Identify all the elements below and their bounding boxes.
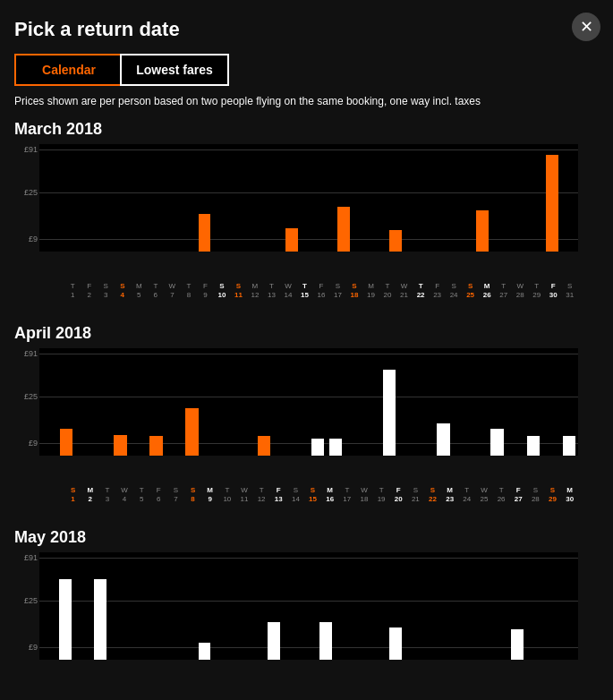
bar-col[interactable] (380, 348, 398, 456)
bar-col (404, 552, 421, 660)
bar-col[interactable] (335, 144, 352, 252)
bar-col[interactable] (57, 348, 75, 456)
bar (114, 435, 126, 456)
bar-col (178, 552, 195, 660)
month-section: May 2018£91£25£9T1W2T3F4S5S6M7T8W9T10F11… (14, 528, 609, 666)
bar-col[interactable] (474, 144, 491, 252)
bar-col[interactable] (489, 348, 507, 456)
bar (389, 230, 402, 252)
bar (258, 436, 270, 456)
bars-container (39, 348, 578, 456)
bar-col[interactable] (183, 348, 201, 456)
bar-col[interactable] (91, 552, 108, 660)
month-title: May 2018 (14, 528, 609, 547)
modal-title: Pick a return date (14, 18, 613, 41)
bar-col (362, 348, 380, 456)
chart-wrapper: £91£25£9 (14, 144, 578, 277)
bar-col (335, 552, 352, 660)
day-label: M2 (81, 486, 98, 503)
bar-col (491, 552, 508, 660)
bar-col[interactable] (309, 348, 327, 456)
tab-calendar[interactable]: Calendar (14, 54, 123, 86)
bar-col[interactable] (196, 144, 213, 252)
bar-col (416, 348, 434, 456)
bar-col (421, 144, 438, 252)
day-label: S15 (304, 486, 321, 503)
bars-container (39, 552, 578, 660)
bar-col (542, 348, 560, 456)
day-label: W4 (115, 486, 132, 503)
day-label: F23 (429, 282, 446, 299)
day-label: S1 (64, 486, 81, 503)
bar-col (213, 144, 230, 252)
month-section: March 2018£91£25£9T1F2S3S4M5T6W7T8F9S10S… (14, 120, 609, 299)
day-label: T29 (528, 282, 545, 299)
day-label: F16 (313, 282, 330, 299)
day-label: M9 (201, 486, 218, 503)
tab-group: Calendar Lowest fares (14, 54, 229, 86)
bar (185, 408, 198, 456)
bar-col (231, 552, 248, 660)
day-label: S31 (561, 282, 578, 299)
bar (199, 643, 211, 660)
bar-col[interactable] (524, 348, 542, 456)
close-button[interactable]: ✕ (572, 13, 600, 41)
day-labels-row: T1F2S3S4M5T6W7T8F9S10S11M12T13W14T15F16S… (64, 282, 578, 299)
bar-col (126, 144, 143, 252)
day-label: S18 (346, 282, 363, 299)
bar-col[interactable] (434, 348, 452, 456)
bar-col[interactable] (387, 552, 404, 660)
bar-col (39, 552, 56, 660)
bar-col[interactable] (327, 348, 345, 456)
bar-col (265, 144, 282, 252)
bar (527, 436, 540, 456)
bar (546, 155, 558, 252)
bar (285, 228, 298, 252)
bar (337, 207, 350, 252)
day-label: S7 (167, 486, 184, 503)
bar-col (318, 144, 335, 252)
bar-col (507, 348, 524, 456)
bar (476, 210, 489, 252)
bar-col[interactable] (318, 552, 335, 660)
day-labels-row: S1M2T3W4T5F6S7S8M9T10W11T12F13S14S15M16T… (64, 486, 578, 503)
bar-col[interactable] (387, 144, 404, 252)
bar-col (144, 144, 161, 252)
bar-col[interactable] (283, 144, 300, 252)
bar-col[interactable] (255, 348, 273, 456)
bar-col (39, 144, 56, 252)
day-label: S21 (407, 486, 424, 503)
day-label: M26 (479, 282, 496, 299)
day-label: T20 (379, 282, 396, 299)
bar-col (75, 348, 93, 456)
bar-col (370, 552, 387, 660)
bar-col[interactable] (56, 552, 73, 660)
bar-col (109, 552, 126, 660)
scrollable-content[interactable]: March 2018£91£25£9T1F2S3S4M5T6W7T8F9S10S… (14, 120, 613, 666)
day-label: F2 (81, 282, 98, 299)
day-label: S22 (424, 486, 441, 503)
bar (511, 629, 524, 660)
day-label: F30 (545, 282, 562, 299)
day-label: T13 (263, 282, 280, 299)
day-label: M5 (131, 282, 148, 299)
day-label: T6 (148, 282, 165, 299)
bar (149, 436, 162, 456)
bar (59, 579, 72, 660)
tab-lowest-fares[interactable]: Lowest fares (120, 54, 229, 86)
bar-col[interactable] (265, 552, 282, 660)
bar-col[interactable] (560, 348, 578, 456)
bar (60, 429, 72, 456)
bar-col (126, 552, 143, 660)
bar-col (471, 348, 489, 456)
day-label: S3 (98, 282, 115, 299)
bar-col[interactable] (543, 144, 560, 252)
bar-col[interactable] (196, 552, 213, 660)
bar-col[interactable] (147, 348, 165, 456)
bar-col[interactable] (508, 552, 525, 660)
bar-col (398, 348, 416, 456)
bar-col (452, 348, 470, 456)
day-label: F9 (197, 282, 214, 299)
bar-col (300, 144, 317, 252)
bar-col[interactable] (111, 348, 129, 456)
